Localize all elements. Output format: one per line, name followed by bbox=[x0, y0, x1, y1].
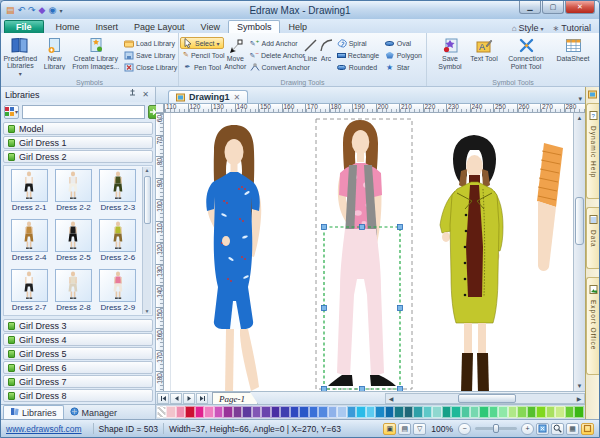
new-library-button[interactable]: New Library bbox=[39, 35, 71, 77]
color-swatch-a8e060[interactable] bbox=[546, 406, 555, 418]
maximize-button[interactable]: ▢ bbox=[542, 1, 564, 14]
create-library-from-images-button[interactable]: Create Library From Images... bbox=[70, 35, 121, 77]
color-swatch-cc1133[interactable] bbox=[185, 406, 194, 418]
menu-style[interactable]: ⌂Style▾ bbox=[512, 23, 544, 33]
symbol-thumbnail-dress-2-7[interactable]: Dress 2-7 bbox=[7, 269, 51, 316]
save-symbol-button[interactable]: Save Symbol bbox=[433, 35, 467, 77]
vertical-scroll-thumb[interactable] bbox=[575, 197, 584, 245]
color-swatch-aac9f0[interactable] bbox=[337, 406, 346, 418]
color-swatch-3cb814[interactable] bbox=[574, 406, 583, 418]
move-anchor-button[interactable]: Move Anchor bbox=[224, 35, 247, 77]
dock-tab-data[interactable]: Data bbox=[586, 207, 599, 269]
color-swatch-16a088[interactable] bbox=[442, 406, 451, 418]
panel-tab-manager[interactable]: Manager bbox=[64, 406, 124, 419]
delete-anchor-button[interactable]: ✎−Delete Anchor bbox=[247, 49, 303, 61]
library-group-girl-dress-3[interactable]: Girl Dress 3 bbox=[3, 319, 153, 332]
symbol-thumbnail-dress-2-8[interactable]: Dress 2-8 bbox=[51, 269, 95, 316]
color-swatch-1f6878[interactable] bbox=[404, 406, 413, 418]
color-swatch-1a88c8[interactable] bbox=[375, 406, 384, 418]
close-library-button[interactable]: Close Library bbox=[121, 61, 177, 73]
zoom-area-button[interactable] bbox=[551, 423, 564, 435]
pencil-tool-button[interactable]: ✎Pencil Tool bbox=[180, 49, 224, 61]
zoom-out-button[interactable]: − bbox=[458, 423, 471, 435]
color-swatch-7d3d96[interactable] bbox=[233, 406, 242, 418]
undo-icon[interactable]: ↶ bbox=[18, 5, 26, 15]
color-swatch-4ec8a0[interactable] bbox=[461, 406, 470, 418]
library-group-model[interactable]: Model bbox=[3, 122, 153, 135]
color-swatch-2fa0a8[interactable] bbox=[413, 406, 422, 418]
pin-panel-icon[interactable] bbox=[127, 89, 138, 100]
drawing-page[interactable] bbox=[164, 113, 573, 391]
predefined-libraries-button[interactable]: Predefined Libraries ▾ bbox=[2, 35, 39, 77]
library-group-girl-dress-4[interactable]: Girl Dress 4 bbox=[3, 333, 153, 346]
symbol-thumbnail-dress-2-6[interactable]: Dress 2-6 bbox=[96, 219, 140, 269]
color-swatch-7fd81f[interactable] bbox=[536, 406, 545, 418]
document-tab-close-icon[interactable]: ✕ bbox=[234, 93, 241, 102]
figure-arm-sketch[interactable] bbox=[537, 143, 563, 271]
library-group-girl-dress-7[interactable]: Girl Dress 7 bbox=[3, 375, 153, 388]
thumbnail-scrollbar[interactable]: ▲▼ bbox=[142, 167, 151, 314]
minimize-button[interactable]: ▁ bbox=[519, 1, 541, 14]
symbol-thumbnail-dress-2-9[interactable]: Dress 2-9 bbox=[96, 269, 140, 316]
color-swatch-0d6aa8[interactable] bbox=[385, 406, 394, 418]
color-swatch-187888[interactable] bbox=[394, 406, 403, 418]
color-swatch-6a44ad[interactable] bbox=[261, 406, 270, 418]
first-page-icon[interactable] bbox=[157, 393, 169, 404]
scroll-right-icon[interactable]: ▶ bbox=[574, 395, 584, 402]
datasheet-button[interactable]: DataSheet bbox=[553, 35, 593, 77]
color-swatch-f2c4cc[interactable] bbox=[166, 406, 175, 418]
grid-view-button[interactable]: ▦ bbox=[566, 423, 579, 435]
color-swatch-5e3a9e[interactable] bbox=[242, 406, 251, 418]
rounded-button[interactable]: Rounded bbox=[334, 61, 382, 73]
close-button[interactable]: ✕ bbox=[565, 1, 595, 14]
library-search-input[interactable] bbox=[22, 105, 145, 119]
symbol-thumbnail-dress-2-3[interactable]: Dress 2-3 bbox=[96, 169, 140, 219]
color-swatch-e0218e[interactable] bbox=[195, 406, 204, 418]
tab-home[interactable]: Home bbox=[48, 21, 88, 33]
close-panel-icon[interactable]: ✕ bbox=[140, 90, 151, 99]
color-swatch-c8ec88[interactable] bbox=[555, 406, 564, 418]
color-swatch-77d8b0[interactable] bbox=[470, 406, 479, 418]
color-swatch-5288e0[interactable] bbox=[318, 406, 327, 418]
tab-help[interactable]: Help bbox=[280, 21, 315, 33]
color-swatch-2a58c8[interactable] bbox=[299, 406, 308, 418]
menu-tutorial[interactable]: ∗Tutorial bbox=[553, 23, 591, 33]
document-tab[interactable]: Drawing1 ✕ bbox=[168, 90, 248, 103]
dock-tab-dynamic-help[interactable]: ?Dynamic Help bbox=[586, 103, 599, 199]
zoom-in-button[interactable]: + bbox=[521, 423, 534, 435]
color-swatch-cc55bb[interactable] bbox=[214, 406, 223, 418]
figure-green-coat[interactable] bbox=[440, 135, 503, 391]
filter-view-button[interactable]: ▽ bbox=[413, 423, 426, 435]
last-page-icon[interactable] bbox=[196, 393, 208, 404]
next-page-icon[interactable] bbox=[183, 393, 195, 404]
color-swatch-3a9ad8[interactable] bbox=[347, 406, 356, 418]
color-swatch-8fd8d0[interactable] bbox=[432, 406, 441, 418]
horizontal-scroll-thumb[interactable] bbox=[458, 394, 516, 403]
symbol-thumbnail-dress-2-4[interactable]: Dress 2-4 bbox=[7, 219, 51, 269]
connection-point-tool-button[interactable]: Connection Point Tool bbox=[501, 35, 551, 77]
zoom-slider-thumb[interactable] bbox=[493, 424, 499, 433]
color-swatch-993399[interactable] bbox=[223, 406, 232, 418]
app-save-icon[interactable]: ▤ bbox=[6, 5, 15, 15]
symbol-thumbnail-dress-2-2[interactable]: Dress 2-2 bbox=[51, 169, 95, 219]
fit-page-button[interactable] bbox=[536, 423, 549, 435]
color-swatch-85d855[interactable] bbox=[517, 406, 526, 418]
figure-pink-suspenders[interactable] bbox=[328, 120, 396, 386]
color-swatch-66cc33[interactable] bbox=[565, 406, 574, 418]
line-button[interactable]: Line bbox=[303, 35, 319, 77]
zoom-slider[interactable] bbox=[475, 427, 517, 430]
star-button[interactable]: ★Star bbox=[382, 61, 425, 73]
rectangle-button[interactable]: Rectangle bbox=[334, 49, 382, 61]
scroll-up-icon[interactable]: ▲ bbox=[574, 113, 585, 123]
prev-page-icon[interactable] bbox=[170, 393, 182, 404]
normal-view-button[interactable]: ▣ bbox=[383, 423, 396, 435]
library-group-girl-dress-6[interactable]: Girl Dress 6 bbox=[3, 361, 153, 374]
page-tab[interactable]: Page-1 bbox=[212, 392, 258, 404]
color-swatch-4a2fa3[interactable] bbox=[271, 406, 280, 418]
pen-tool-button[interactable]: ✒Pen Tool bbox=[180, 61, 224, 73]
color-swatch-2f49c0[interactable] bbox=[290, 406, 299, 418]
arc-button[interactable]: Arc bbox=[318, 35, 333, 77]
pan-mode-button[interactable] bbox=[581, 423, 594, 435]
horizontal-scrollbar[interactable]: ◀ ▶ bbox=[385, 393, 585, 404]
color-swatch-29bbe8[interactable] bbox=[356, 406, 365, 418]
